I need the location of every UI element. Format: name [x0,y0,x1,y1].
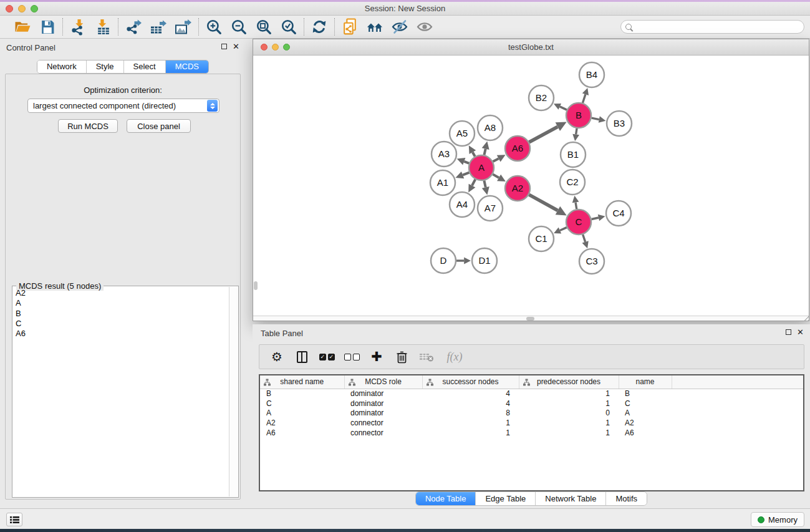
graph-node-B[interactable]: B [566,103,591,128]
zoom-out-icon[interactable] [230,18,248,36]
graph-edge-A-A5[interactable] [473,152,475,157]
graph-edge-A6-B[interactable] [529,127,557,142]
delete-columns-trash-icon[interactable] [394,349,409,364]
horizontal-scrollbar-thumb[interactable] [526,317,534,321]
table-row[interactable]: A6connector11A6 [260,428,804,438]
close-panel-icon[interactable]: ✕ [797,329,804,336]
graph-edge-A-A8[interactable] [484,149,485,155]
table-cell[interactable]: B [260,389,344,399]
tab-style[interactable]: Style [86,60,123,73]
tab-select[interactable]: Select [123,60,165,73]
graph-node-A5[interactable]: A5 [450,121,475,146]
table-cell[interactable]: dominator [344,399,422,409]
table-cell[interactable]: 4 [422,399,519,409]
zoom-network-window-button[interactable] [283,44,290,51]
tab-network-table[interactable]: Network Table [535,492,605,505]
tab-motifs[interactable]: Motifs [605,492,647,505]
graph-node-C3[interactable]: C3 [579,249,604,274]
network-window-titlebar[interactable]: testGlobe.txt [253,39,809,56]
show-all-eye-icon[interactable] [416,18,433,36]
table-cell[interactable]: 1 [519,389,619,399]
table-cell[interactable]: 1 [519,399,619,409]
delete-table-icon[interactable] [419,349,434,364]
table-cell[interactable]: B [619,389,672,399]
table-cell[interactable]: A6 [619,428,672,438]
zoom-window-button[interactable] [31,5,38,12]
float-panel-icon[interactable] [221,44,227,49]
graph-edge-B-B2[interactable] [560,107,567,110]
deselect-all-columns-icon[interactable] [344,349,359,364]
mcds-result-item[interactable]: B [13,309,229,319]
create-network-from-selection-icon[interactable] [341,18,359,36]
graph-node-C[interactable]: C [566,210,591,235]
show-task-history-button[interactable] [6,513,22,526]
tab-network[interactable]: Network [37,60,86,73]
mcds-result-item[interactable]: A2 [13,288,229,298]
table-cell[interactable]: dominator [344,408,422,418]
table-cell[interactable]: connector [344,428,422,438]
export-network-icon[interactable] [125,18,142,36]
graph-edge-A2-C[interactable] [529,195,557,210]
table-cell[interactable]: 1 [519,428,619,438]
tab-mcds[interactable]: MCDS [165,60,208,73]
select-all-columns-icon[interactable] [319,349,334,364]
graph-node-D1[interactable]: D1 [472,248,497,273]
column-header-name[interactable]: name [619,375,672,389]
table-cell[interactable]: A2 [619,418,672,428]
graph-node-C4[interactable]: C4 [606,201,631,226]
graph-node-D[interactable]: D [431,248,456,273]
zoom-selected-icon[interactable] [280,18,297,36]
graph-edge-A-A1[interactable] [463,173,469,175]
graph-node-A4[interactable]: A4 [450,192,475,217]
table-cell[interactable]: 1 [422,418,519,428]
export-table-icon[interactable] [150,18,167,36]
window-resize-grip[interactable] [800,312,809,321]
result-list-scrollbar[interactable] [229,287,238,496]
minimize-window-button[interactable] [18,5,26,12]
graph-edge-A-A4[interactable] [472,180,475,186]
graph-node-C2[interactable]: C2 [560,170,585,195]
graph-node-C1[interactable]: C1 [529,226,554,251]
graph-edge-C-C3[interactable] [583,235,586,242]
first-neighbors-houses-icon[interactable] [366,18,383,36]
save-session-icon[interactable] [39,18,56,36]
network-canvas[interactable]: AA1A2A3A4A5A6A7A8BB1B2B3B4CC1C2C3C4DD1 [253,56,809,316]
graph-node-A[interactable]: A [469,155,494,180]
table-row[interactable]: Bdominator41B [260,389,804,399]
table-cell[interactable]: A2 [260,418,344,428]
zoom-fit-icon[interactable] [255,18,272,36]
column-header-predecessor-nodes[interactable]: predecessor nodes [519,375,619,389]
table-row[interactable]: Cdominator41C [260,399,804,409]
column-header-successor-nodes[interactable]: successor nodes [422,375,519,389]
minimize-network-window-button[interactable] [272,44,279,51]
mcds-result-item[interactable]: C [13,319,229,329]
graph-edge-A-A7[interactable] [484,181,485,188]
table-cell[interactable]: C [260,399,344,409]
tab-edge-table[interactable]: Edge Table [475,492,535,505]
close-panel-button[interactable]: Close panel [127,119,191,133]
graph-edge-A-A3[interactable] [464,162,469,163]
table-settings-icon[interactable]: ⚙ [269,349,284,364]
table-cell[interactable]: dominator [344,389,422,399]
close-window-button[interactable] [6,5,13,12]
memory-button[interactable]: Memory [751,512,804,527]
table-cell[interactable]: 4 [422,389,519,399]
float-panel-icon[interactable] [786,329,791,335]
graph-edge-B-B3[interactable] [592,118,599,119]
table-cell[interactable]: 8 [422,408,519,418]
table-row[interactable]: A2connector11A2 [260,418,804,428]
graph-edge-C-C2[interactable] [576,202,577,209]
refresh-view-icon[interactable] [311,18,328,36]
export-image-icon[interactable] [175,18,192,36]
add-column-icon[interactable]: ✚ [369,349,384,364]
graph-node-B2[interactable]: B2 [529,85,554,110]
mcds-result-item[interactable]: A [13,298,229,308]
table-cell[interactable]: A [260,408,344,418]
table-cell[interactable]: 0 [519,408,619,418]
graph-node-A6[interactable]: A6 [505,136,530,161]
table-cell[interactable]: A [619,408,672,418]
graph-node-B1[interactable]: B1 [561,142,586,167]
graph-edge-A-A2[interactable] [493,174,499,178]
graph-node-A1[interactable]: A1 [430,170,455,195]
run-mcds-button[interactable]: Run MCDS [58,119,118,133]
